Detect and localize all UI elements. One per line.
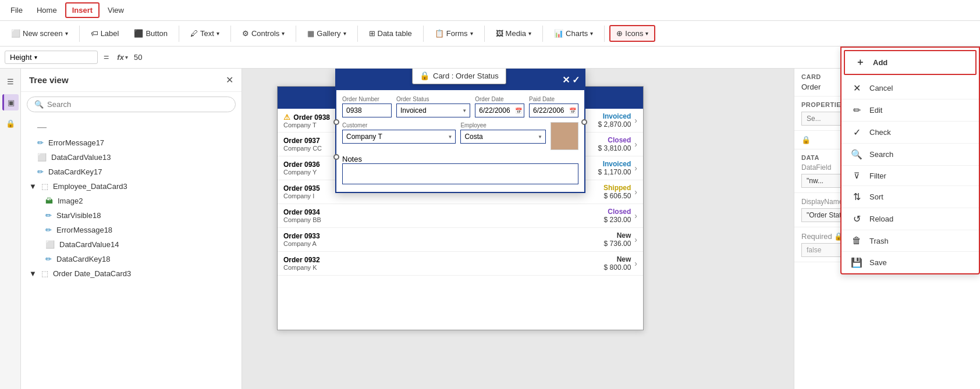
icons-search-item[interactable]: 🔍 Search bbox=[841, 144, 979, 166]
item-label: ErrorMessage17 bbox=[48, 138, 104, 147]
list-item[interactable]: — bbox=[21, 119, 242, 135]
forms-button[interactable]: 📋 Forms ▾ bbox=[428, 26, 480, 41]
sidebar-header-icons: ✕ bbox=[226, 74, 233, 85]
icons-reload-item[interactable]: ↺ Reload bbox=[841, 208, 979, 230]
card-row-2: Customer Company T Employee Costa bbox=[342, 122, 578, 150]
list-item-errormessage17[interactable]: ✏ ErrorMessage17 bbox=[21, 135, 242, 150]
sidebar-search-input[interactable] bbox=[47, 100, 228, 109]
list-item-datacardkey18[interactable]: ✏ DataCardKey18 bbox=[21, 252, 242, 266]
icons-trash-item[interactable]: 🗑 Trash bbox=[841, 230, 979, 252]
app-row-0933[interactable]: Order 0933 Company A New $ 736.00 › bbox=[278, 228, 643, 252]
charts-button[interactable]: 📊 Charts ▾ bbox=[548, 26, 599, 41]
menu-file[interactable]: File bbox=[5, 3, 29, 17]
icons-edit-item[interactable]: ✏ Edit bbox=[841, 99, 979, 122]
item-label: DataCardKey17 bbox=[48, 167, 102, 176]
app-row-amount: $ 1,170.00 bbox=[598, 168, 631, 176]
data-table-button[interactable]: ⊞ Data table bbox=[363, 26, 418, 41]
new-screen-button[interactable]: ⬜ New screen ▾ bbox=[5, 26, 74, 41]
sidebar-title: Tree view bbox=[29, 75, 69, 85]
fx-button[interactable]: fx ▾ bbox=[115, 53, 130, 62]
list-item-datacardkey17[interactable]: ✏ DataCardKey17 bbox=[21, 165, 242, 179]
card-employee-select[interactable]: Costa bbox=[460, 130, 546, 144]
card-customer-select[interactable]: Company T bbox=[342, 130, 456, 144]
app-row-right: New $ 736.00 bbox=[604, 231, 631, 248]
icons-save-item[interactable]: 💾 Save bbox=[841, 252, 979, 273]
card-notes-textarea[interactable] bbox=[342, 163, 578, 184]
text-button[interactable]: 🖊 Text ▾ bbox=[184, 26, 226, 41]
label-button[interactable]: 🏷 Label bbox=[84, 26, 126, 41]
close-sidebar-button[interactable]: ✕ bbox=[226, 74, 233, 85]
card-order-date-input[interactable] bbox=[475, 104, 524, 117]
card-order-status-select[interactable]: Invoiced bbox=[396, 104, 470, 117]
icons-check-item[interactable]: ✓ Check bbox=[841, 122, 979, 144]
list-item-employee-datacard3[interactable]: ▼ ⬚ Employee_DataCard3 bbox=[21, 179, 242, 194]
main-layout: ☰ ▣ 🔒 Tree view ✕ 🔍 — ✏ ErrorMessage17 bbox=[0, 69, 980, 389]
media-button[interactable]: 🖼 Media ▾ bbox=[489, 26, 538, 41]
app-row-right: Invoiced $ 2,870.00 bbox=[598, 112, 631, 129]
card-order-date-wrap bbox=[475, 104, 524, 117]
button-button[interactable]: ⬛ Button bbox=[127, 26, 174, 41]
save-icon: 💾 bbox=[851, 257, 862, 268]
hamburger-button[interactable]: ☰ bbox=[2, 73, 19, 90]
lock-button[interactable]: 🔒 bbox=[2, 115, 19, 131]
chevron-down-icon-fx: ▾ bbox=[125, 54, 128, 60]
add-icon: ＋ bbox=[854, 56, 866, 69]
icons-sort-item[interactable]: ⇅ Sort bbox=[841, 186, 979, 208]
list-item-order-date-datacard3[interactable]: ▼ ⬚ Order Date_DataCard3 bbox=[21, 266, 242, 281]
label-icon: 🏷 bbox=[91, 29, 98, 38]
app-row-0934[interactable]: Order 0934 Company BB Closed $ 230.00 › bbox=[278, 204, 643, 228]
tooltip-lock-icon: 🔒 bbox=[420, 71, 429, 80]
controls-button[interactable]: ⚙ Controls ▾ bbox=[236, 26, 291, 41]
app-row-order-name: Order 0934 bbox=[283, 208, 604, 216]
employee-avatar bbox=[551, 122, 578, 150]
toolbar-separator-3 bbox=[230, 26, 231, 42]
card-paid-date-input[interactable] bbox=[529, 104, 578, 117]
icons-button[interactable]: ⊕ Icons ▾ bbox=[609, 25, 655, 42]
sidebar-header: Tree view ✕ bbox=[21, 69, 242, 92]
app-row-order-name: Order 0932 bbox=[283, 256, 604, 264]
menu-insert[interactable]: Insert bbox=[65, 2, 100, 18]
app-row-right: New $ 800.00 bbox=[604, 255, 631, 272]
item-label: DataCardValue13 bbox=[51, 153, 111, 162]
gallery-button[interactable]: ▦ Gallery ▾ bbox=[301, 26, 352, 41]
warning-icon: ⚠ bbox=[283, 113, 290, 122]
card-customer-select-wrap: Company T bbox=[342, 130, 456, 144]
app-row-amount: $ 2,870.00 bbox=[598, 120, 631, 129]
edit-icon-1: ✏ bbox=[37, 138, 44, 147]
toolbar-separator-7 bbox=[484, 26, 485, 42]
list-item-datacardvalue13[interactable]: ⬜ DataCardValue13 bbox=[21, 150, 242, 165]
app-row-company: Company BB bbox=[283, 216, 604, 223]
app-row-0932[interactable]: Order 0932 Company K New $ 800.00 › bbox=[278, 252, 643, 276]
icons-add-item[interactable]: ＋ Add bbox=[844, 50, 977, 75]
toolbar-separator-6 bbox=[423, 26, 424, 42]
list-item-datacardvalue14[interactable]: ⬜ DataCardValue14 bbox=[21, 237, 242, 252]
card-close-check-button[interactable]: ✓ bbox=[572, 74, 580, 85]
list-item-errormessage18[interactable]: ✏ ErrorMessage18 bbox=[21, 223, 242, 237]
search-icon: 🔍 bbox=[851, 149, 862, 160]
item-label: Employee_DataCard3 bbox=[53, 182, 127, 191]
menu-view[interactable]: View bbox=[102, 3, 130, 17]
icons-filter-item[interactable]: ⊽ Filter bbox=[841, 166, 979, 186]
app-row-order-name: Order 0933 bbox=[283, 232, 604, 240]
icons-cancel-item[interactable]: ✕ Cancel bbox=[841, 77, 979, 99]
gallery-icon: ▦ bbox=[307, 29, 314, 38]
controls-icon: ⚙ bbox=[242, 29, 249, 38]
card-close-x-button[interactable]: ✕ bbox=[562, 74, 570, 85]
list-item-image2[interactable]: 🏔 Image2 bbox=[21, 194, 242, 208]
lock-icon: 🔒 bbox=[6, 119, 15, 128]
menu-home[interactable]: Home bbox=[31, 3, 63, 17]
equals-sign: = bbox=[101, 52, 111, 63]
fx-icon: fx bbox=[117, 53, 124, 62]
chevron-right-icon: › bbox=[634, 163, 637, 173]
property-selector[interactable]: Height ▾ bbox=[5, 51, 98, 64]
layers-button[interactable]: ▣ bbox=[2, 94, 19, 110]
card-order-number-input[interactable] bbox=[342, 104, 392, 117]
check-icon: ✓ bbox=[851, 127, 862, 138]
edit-icon-5: ✏ bbox=[45, 255, 52, 263]
sidebar: Tree view ✕ 🔍 — ✏ ErrorMessage17 ⬜ DataC… bbox=[21, 69, 242, 389]
app-row-right: Shipped $ 606.50 bbox=[603, 184, 631, 200]
chevron-right-icon: › bbox=[634, 116, 637, 125]
list-item-starvisible18[interactable]: ✏ StarVisible18 bbox=[21, 208, 242, 223]
chevron-down-icon-4: ▾ bbox=[343, 30, 346, 37]
chevron-right-icon: › bbox=[634, 140, 637, 149]
